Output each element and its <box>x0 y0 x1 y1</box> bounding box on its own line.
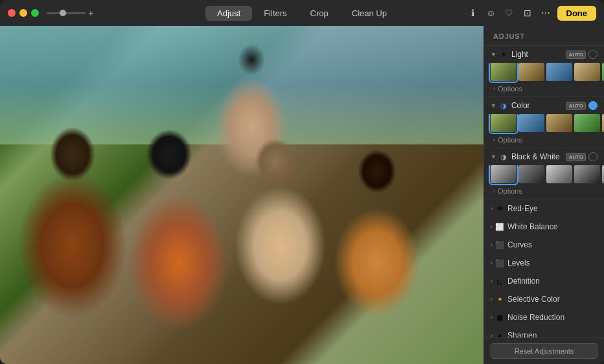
adjust-content: ▼ ☀ Light AUTO › Optio <box>484 46 604 337</box>
info-icon[interactable]: ℹ <box>467 6 480 19</box>
color-controls: AUTO <box>566 101 598 110</box>
tab-filters[interactable]: Filters <box>252 6 298 21</box>
section-light-header[interactable]: ▼ ☀ Light AUTO <box>484 46 604 63</box>
tab-crop[interactable]: Crop <box>299 6 340 21</box>
chevron-right-icon: › <box>491 260 493 266</box>
chevron-right-icon: › <box>491 314 493 321</box>
bw-controls: AUTO <box>566 152 598 161</box>
list-item-levels[interactable]: › ⬛ Levels <box>484 254 604 272</box>
chevron-down-icon: ▼ <box>491 154 496 160</box>
curves-icon: ⬛ <box>495 240 504 249</box>
emoji-icon[interactable]: ☺ <box>485 6 498 19</box>
definition-label: Definition <box>507 277 540 286</box>
bw-auto-badge[interactable]: AUTO <box>566 153 586 161</box>
section-color: ▼ ◑ Color AUTO › Optio <box>484 97 604 148</box>
light-options[interactable]: › Options <box>484 84 604 97</box>
light-options-label: Options <box>498 85 522 93</box>
color-thumb-3[interactable] <box>546 114 572 132</box>
bw-toggle[interactable] <box>588 152 598 161</box>
bw-thumb-3[interactable] <box>546 165 572 183</box>
light-auto-badge[interactable]: AUTO <box>566 51 586 59</box>
chevron-right-icon: › <box>493 85 495 92</box>
done-button[interactable]: Done <box>557 6 597 21</box>
chevron-right-icon: › <box>491 223 493 230</box>
light-thumbnails[interactable] <box>484 63 604 84</box>
color-auto-badge[interactable]: AUTO <box>566 102 586 110</box>
zoom-control: + <box>47 8 93 18</box>
list-item-white-balance[interactable]: › ⬜ White Balance <box>484 218 604 236</box>
definition-icon: ◺ <box>495 277 504 286</box>
sharpen-icon: ▲ <box>495 331 504 337</box>
chevron-right-icon: › <box>493 188 495 194</box>
noise-reduction-icon: ▦ <box>495 313 504 322</box>
section-bw: ▼ ◑ Black & White AUTO › <box>484 148 604 199</box>
light-thumb-3[interactable] <box>546 63 572 81</box>
section-bw-header[interactable]: ▼ ◑ Black & White AUTO <box>484 148 604 165</box>
red-eye-label: Red-Eye <box>507 204 538 213</box>
list-item-curves[interactable]: › ⬛ Curves <box>484 236 604 254</box>
main-content: ADJUST ▼ ☀ Light AUTO <box>0 26 604 364</box>
zoom-thumb <box>60 10 66 16</box>
light-controls: AUTO <box>566 50 598 59</box>
reset-container: Reset Adjustments <box>484 337 604 364</box>
reset-adjustments-button[interactable]: Reset Adjustments <box>491 343 598 359</box>
section-bw-label: Black & White <box>511 152 566 161</box>
light-thumb-2[interactable] <box>518 63 544 81</box>
more-icon[interactable]: ⋯ <box>539 6 552 19</box>
close-button[interactable] <box>8 9 16 17</box>
bw-thumb-4[interactable] <box>574 165 600 183</box>
color-thumbnails[interactable] <box>484 114 604 135</box>
adjust-panel-header: ADJUST <box>484 26 604 46</box>
tab-adjust[interactable]: Adjust <box>205 6 252 21</box>
list-item-noise-reduction[interactable]: › ▦ Noise Reduction <box>484 308 604 326</box>
bw-icon: ◑ <box>499 152 508 161</box>
list-item-red-eye[interactable]: › 👁 Red-Eye <box>484 199 604 218</box>
toolbar-right: ℹ ☺ ♡ ⊡ ⋯ Done <box>467 6 597 21</box>
photo-area <box>0 26 483 364</box>
chevron-down-icon: ▼ <box>491 102 496 109</box>
light-thumb-4[interactable] <box>574 63 600 81</box>
tab-cleanup[interactable]: Clean Up <box>340 6 399 21</box>
chevron-right-icon: › <box>491 242 493 248</box>
people-overlay <box>0 26 483 364</box>
color-thumb-4[interactable] <box>574 114 600 132</box>
color-icon: ◑ <box>499 101 508 110</box>
bw-options-label: Options <box>498 187 522 195</box>
zoom-plus-icon[interactable]: + <box>88 8 93 18</box>
zoom-slider[interactable] <box>47 12 86 14</box>
selective-color-label: Selective Color <box>507 295 560 304</box>
adjust-panel: ADJUST ▼ ☀ Light AUTO <box>483 26 604 364</box>
chevron-right-icon: › <box>493 137 495 143</box>
share-icon[interactable]: ⊡ <box>521 6 534 19</box>
section-color-header[interactable]: ▼ ◑ Color AUTO <box>484 97 604 114</box>
selective-color-icon: ✦ <box>495 295 504 304</box>
white-balance-icon: ⬜ <box>495 222 504 231</box>
toolbar-tabs: Adjust Filters Crop Clean Up <box>205 6 399 21</box>
color-options[interactable]: › Options <box>484 135 604 148</box>
color-thumb-1[interactable] <box>491 114 517 132</box>
color-toggle[interactable] <box>588 101 598 110</box>
titlebar: + Adjust Filters Crop Clean Up ℹ ☺ ♡ ⊡ ⋯… <box>0 0 604 26</box>
list-item-definition[interactable]: › ◺ Definition <box>484 272 604 290</box>
light-icon: ☀ <box>499 50 508 59</box>
color-thumb-2[interactable] <box>518 114 544 132</box>
chevron-down-icon: ▼ <box>491 51 496 58</box>
heart-icon[interactable]: ♡ <box>503 6 516 19</box>
light-toggle[interactable] <box>588 50 598 59</box>
minimize-button[interactable] <box>19 9 27 17</box>
list-item-sharpen[interactable]: › ▲ Sharpen <box>484 326 604 337</box>
bw-thumb-2[interactable] <box>518 165 544 183</box>
bw-options[interactable]: › Options <box>484 186 604 199</box>
section-light: ▼ ☀ Light AUTO › Optio <box>484 46 604 97</box>
section-color-label: Color <box>511 101 566 110</box>
list-item-selective-color[interactable]: › ✦ Selective Color <box>484 290 604 308</box>
curves-label: Curves <box>507 240 532 249</box>
white-balance-label: White Balance <box>507 222 557 231</box>
bw-thumbnails[interactable] <box>484 165 604 186</box>
light-thumb-1[interactable] <box>491 63 517 81</box>
color-options-label: Options <box>498 136 522 144</box>
noise-reduction-label: Noise Reduction <box>507 313 564 322</box>
bw-thumb-1[interactable] <box>491 165 517 183</box>
levels-label: Levels <box>507 258 530 267</box>
maximize-button[interactable] <box>31 9 39 17</box>
